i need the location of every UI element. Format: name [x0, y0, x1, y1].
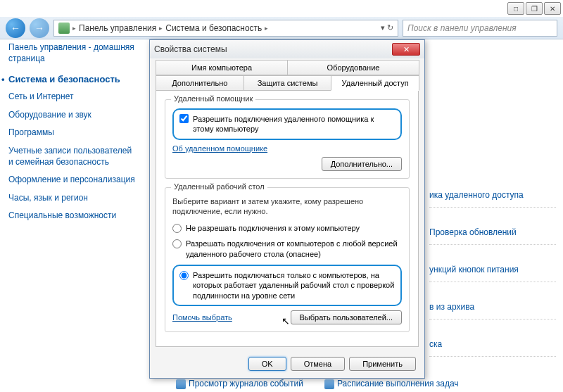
allow-remote-assistance-checkbox[interactable]: Разрешить подключения удаленного помощни…: [179, 114, 395, 134]
sidebar-item-programs[interactable]: Программы: [8, 127, 135, 139]
sidebar-item-clock[interactable]: Часы, язык и регион: [8, 193, 135, 204]
checkbox-label: Разрешить подключения удаленного помощни…: [193, 114, 395, 134]
forward-button[interactable]: →: [30, 18, 49, 38]
tab-hardware[interactable]: Оборудование: [287, 60, 419, 75]
radio-label: Разрешать подключения от компьютеров с л…: [186, 239, 402, 259]
sidebar-item-appearance[interactable]: Оформление и персонализация: [8, 175, 135, 186]
content-links: ика удаленного доступа Проверка обновлен…: [429, 190, 556, 377]
shield-icon: [324, 379, 334, 389]
dialog-title-bar[interactable]: Свойства системы ✕: [150, 40, 424, 58]
radio-disallow[interactable]: Не разрешать подключения к этому компьют…: [172, 223, 402, 233]
chevron-right-icon: ▸: [72, 25, 76, 32]
radio-allow-nla[interactable]: Разрешить подключаться только с компьюте…: [179, 270, 395, 301]
navbar: ← → ▸ Панель управления ▸ Система и безо…: [0, 17, 563, 39]
radio-allow-any[interactable]: Разрешать подключения от компьютеров с л…: [172, 239, 402, 259]
group-description: Выберите вариант и затем укажите, кому р…: [172, 196, 402, 217]
checkbox-input[interactable]: [179, 114, 189, 123]
search-input[interactable]: Поиск в панели управления: [403, 20, 557, 37]
refresh-icon[interactable]: ↻: [387, 23, 393, 32]
radio-input[interactable]: [179, 271, 189, 280]
remote-desktop-group: Удаленный рабочий стол Выберите вариант …: [165, 187, 410, 332]
advanced-button[interactable]: Дополнительно...: [322, 157, 402, 171]
sidebar-item-active[interactable]: Система и безопасность: [8, 74, 135, 84]
radio-label: Не разрешать подключения к этому компьют…: [186, 223, 360, 233]
tab-row-2: Дополнительно Защита системы Удаленный д…: [150, 75, 424, 91]
group-title: Удаленный рабочий стол: [171, 182, 267, 191]
cancel-button[interactable]: Отмена: [291, 357, 345, 371]
content-link[interactable]: ункций кнопок питания: [429, 265, 556, 282]
breadcrumb[interactable]: ▸ Панель управления ▸ Система и безопасн…: [53, 20, 398, 37]
tab-computer-name[interactable]: Имя компьютера: [156, 60, 288, 75]
highlight-box: Разрешить подключаться только с компьюте…: [172, 265, 402, 306]
sidebar: Панель управления - домашняя страница Си…: [8, 42, 135, 229]
event-log-link[interactable]: Просмотр журналов событий: [176, 379, 303, 389]
sidebar-home-link[interactable]: Панель управления - домашняя страница: [8, 42, 135, 64]
breadcrumb-item[interactable]: Панель управления: [79, 23, 156, 33]
select-users-button[interactable]: Выбрать пользователей...: [291, 310, 403, 324]
chevron-right-icon: ▸: [159, 25, 163, 32]
tab-remote[interactable]: Удаленный доступ: [331, 75, 419, 91]
group-title: Удаленный помощник: [171, 94, 255, 103]
sidebar-item-accounts[interactable]: Учетные записи пользователей и семейная …: [8, 146, 135, 167]
content-link[interactable]: ска: [429, 339, 556, 357]
dropdown-icon[interactable]: ▾: [381, 23, 385, 32]
tab-protection[interactable]: Защита системы: [243, 75, 332, 91]
content-link[interactable]: в из архива: [429, 302, 556, 320]
sidebar-item-hardware[interactable]: Оборудование и звук: [8, 110, 135, 121]
close-icon[interactable]: ✕: [392, 43, 420, 56]
system-properties-dialog: Свойства системы ✕ Имя компьютера Оборуд…: [149, 39, 425, 379]
breadcrumb-item[interactable]: Система и безопасность: [165, 23, 262, 33]
tab-content: Удаленный помощник Разрешить подключения…: [156, 91, 419, 347]
help-choose-link[interactable]: Помочь выбрать: [172, 313, 232, 322]
dialog-title: Свойства системы: [154, 44, 227, 54]
tab-advanced[interactable]: Дополнительно: [156, 75, 244, 91]
radio-input[interactable]: [172, 224, 182, 233]
highlight-box: Разрешить подключения удаленного помощни…: [172, 108, 402, 140]
about-remote-assistance-link[interactable]: Об удаленном помощнике: [172, 144, 402, 153]
shield-icon: [176, 379, 186, 389]
apply-button[interactable]: Применить: [349, 357, 416, 371]
dialog-button-row: OK Отмена Применить: [150, 351, 424, 378]
radio-label: Разрешить подключаться только с компьюте…: [193, 270, 395, 301]
window-close-button[interactable]: ✕: [544, 2, 561, 15]
chevron-right-icon: ▸: [265, 25, 268, 32]
maximize-button[interactable]: ❐: [526, 2, 543, 15]
ok-button[interactable]: OK: [248, 357, 286, 371]
sidebar-item-network[interactable]: Сеть и Интернет: [8, 91, 135, 103]
content-link[interactable]: Проверка обновлений: [429, 227, 556, 245]
task-schedule-link[interactable]: Расписание выполнения задач: [324, 379, 459, 389]
bottom-links: Просмотр журналов событий Расписание вып…: [176, 379, 459, 389]
content-link[interactable]: ика удаленного доступа: [429, 190, 556, 208]
back-button[interactable]: ←: [6, 18, 25, 38]
minimize-button[interactable]: □: [507, 2, 524, 15]
radio-input[interactable]: [172, 239, 182, 248]
control-panel-icon: [58, 23, 70, 34]
sidebar-item-accessibility[interactable]: Специальные возможности: [8, 210, 135, 222]
remote-assistance-group: Удаленный помощник Разрешить подключения…: [165, 99, 410, 179]
tab-row-1: Имя компьютера Оборудование: [150, 58, 424, 75]
